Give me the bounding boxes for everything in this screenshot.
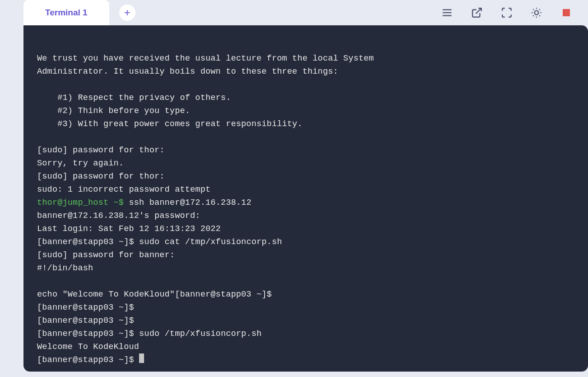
terminal-line: echo "Welcome To KodeKloud"[banner@stapp… — [37, 290, 277, 299]
terminal-line: We trust you have received the usual lec… — [37, 54, 374, 63]
tab-bar: Terminal 1 + — [23, 0, 588, 25]
terminal-prompt: [banner@stapp03 ~]$ — [37, 329, 139, 339]
plus-icon: + — [124, 7, 131, 18]
terminal-output[interactable]: We trust you have received the usual lec… — [23, 25, 588, 372]
terminal-line: Administrator. It usually boils down to … — [37, 67, 338, 76]
left-rail — [0, 0, 23, 377]
terminal-line: banner@172.16.238.12's password: — [37, 211, 205, 221]
terminal-prompt: [banner@stapp03 ~]$ — [37, 316, 139, 325]
hamburger-icon — [441, 7, 453, 19]
terminal-prompt: [banner@stapp03 ~]$ — [37, 237, 139, 247]
fullscreen-button[interactable] — [499, 5, 514, 20]
terminal-line: Welcome To KodeKloud — [37, 342, 139, 352]
svg-line-7 — [533, 9, 534, 10]
tab-terminal-1[interactable]: Terminal 1 — [23, 0, 109, 25]
add-tab-button[interactable]: + — [119, 5, 135, 21]
stop-icon — [563, 9, 570, 16]
terminal-line: #3) With great power comes great respons… — [37, 119, 303, 129]
svg-line-12 — [539, 9, 540, 10]
theme-button[interactable] — [529, 5, 544, 20]
terminal-line: [sudo] password for thor: — [37, 172, 170, 181]
sun-icon — [531, 7, 542, 19]
svg-point-4 — [535, 11, 539, 15]
svg-line-11 — [533, 15, 534, 16]
terminal-line: #1) Respect the privacy of others. — [37, 93, 231, 103]
record-button[interactable] — [559, 5, 574, 20]
terminal-line: #!/bin/bash — [37, 264, 93, 273]
external-link-icon — [471, 7, 483, 19]
cursor — [139, 353, 144, 363]
terminal-line: sudo: 1 incorrect password attempt — [37, 185, 210, 194]
terminal-line: ssh banner@172.16.238.12 — [124, 198, 252, 207]
terminal-line: [sudo] password for banner: — [37, 250, 180, 260]
svg-line-8 — [539, 15, 540, 16]
svg-line-3 — [476, 8, 481, 14]
terminal-prompt: thor@jump_host ~$ — [37, 198, 124, 207]
terminal-line: Last login: Sat Feb 12 16:13:23 2022 — [37, 224, 221, 234]
terminal-prompt: [banner@stapp03 ~]$ — [37, 355, 139, 365]
terminal-line: [sudo] password for thor: — [37, 146, 170, 155]
terminal-line: sudo cat /tmp/xfusioncorp.sh — [139, 237, 282, 247]
open-external-button[interactable] — [470, 5, 484, 20]
maximize-icon — [501, 7, 513, 19]
terminal-line: sudo /tmp/xfusioncorp.sh — [139, 329, 261, 339]
terminal-prompt: [banner@stapp03 ~]$ — [37, 303, 139, 312]
terminal-line: Sorry, try again. — [37, 159, 124, 168]
terminal-line: #2) Think before you type. — [37, 106, 190, 116]
toolbar — [440, 5, 584, 20]
menu-button[interactable] — [440, 5, 454, 20]
